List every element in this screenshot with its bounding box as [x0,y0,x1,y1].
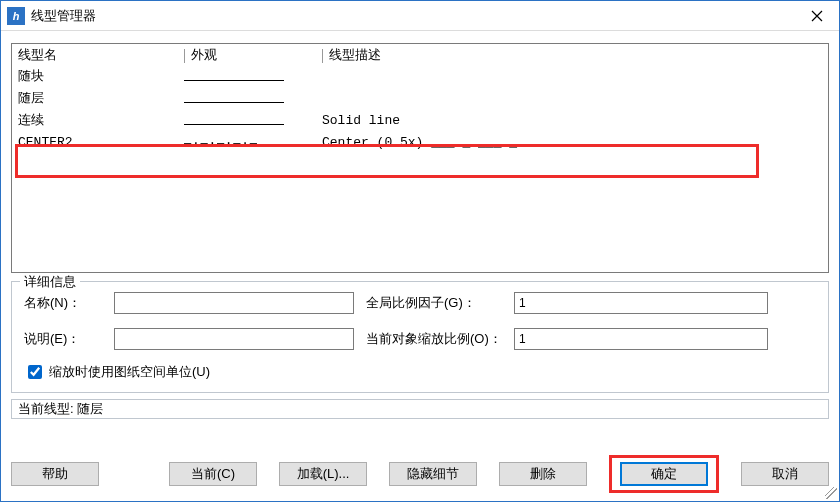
resize-grip[interactable] [825,487,837,499]
current-button[interactable]: 当前(C) [169,462,257,486]
linetype-preview-solid [184,124,284,125]
list-row[interactable]: 随块 [12,66,828,88]
linetype-preview-solid [184,80,284,81]
close-icon [811,10,823,22]
cell-name: CENTER2 [18,133,184,153]
cell-appearance [184,111,322,131]
delete-button[interactable]: 删除 [499,462,587,486]
current-linetype-row: 当前线型: 随层 [11,399,829,419]
list-row[interactable]: CENTER2 —·—·—·—·— Center (0.5x) ___ _ __… [12,132,828,154]
col-header-appearance[interactable]: 外观 [191,47,217,62]
details-form: 名称(N)： 全局比例因子(G)： 说明(E)： 当前对象缩放比例(O)： [24,292,816,350]
paperspace-checkbox-label: 缩放时使用图纸空间单位(U) [49,363,210,381]
titlebar: h 线型管理器 [1,1,839,31]
button-bar: 帮助 当前(C) 加载(L)... 隐藏细节 删除 确定 取消 [1,449,839,501]
linetype-list[interactable]: 线型名 外观 线型描述 随块 随层 连续 Solid line CENTER2 [11,43,829,273]
current-scale-input[interactable] [514,328,768,350]
annotation-highlight-ok: 确定 [609,455,719,493]
linetype-preview-solid [184,102,284,103]
explain-input[interactable] [114,328,354,350]
global-scale-input[interactable] [514,292,768,314]
current-linetype-value: 随层 [77,400,103,418]
cell-description: Solid line [322,111,828,131]
close-button[interactable] [795,1,839,31]
global-scale-label: 全局比例因子(G)： [366,294,502,312]
list-row[interactable]: 连续 Solid line [12,110,828,132]
cell-name: 连续 [18,111,184,131]
name-label: 名称(N)： [24,294,102,312]
paperspace-checkbox[interactable] [28,365,42,379]
details-group-title: 详细信息 [20,273,80,291]
cell-appearance [184,89,322,109]
paperspace-checkbox-row[interactable]: 缩放时使用图纸空间单位(U) [24,362,816,382]
ok-button[interactable]: 确定 [620,462,708,486]
list-header: 线型名 外观 线型描述 [12,44,828,66]
cancel-button[interactable]: 取消 [741,462,829,486]
linetype-preview-dashdot: —·—·—·—·— [184,133,284,153]
linetype-manager-window: h 线型管理器 线型名 外观 线型描述 随块 随层 连续 [0,0,840,502]
cell-description: Center (0.5x) ___ _ ___ _ ... [322,133,828,153]
col-header-description[interactable]: 线型描述 [329,47,381,62]
cell-appearance [184,67,322,87]
explain-label: 说明(E)： [24,330,102,348]
cell-name: 随块 [18,67,184,87]
current-linetype-label: 当前线型: [18,400,74,418]
help-button[interactable]: 帮助 [11,462,99,486]
cell-name: 随层 [18,89,184,109]
app-icon: h [7,7,25,25]
col-header-name[interactable]: 线型名 [18,45,184,65]
window-title: 线型管理器 [31,7,795,25]
name-input[interactable] [114,292,354,314]
current-scale-label: 当前对象缩放比例(O)： [366,330,502,348]
details-group: 详细信息 名称(N)： 全局比例因子(G)： 说明(E)： 当前对象缩放比例(O… [11,281,829,393]
hide-detail-button[interactable]: 隐藏细节 [389,462,477,486]
list-row[interactable]: 随层 [12,88,828,110]
dialog-body: 线型名 外观 线型描述 随块 随层 连续 Solid line CENTER2 [1,31,839,449]
load-button[interactable]: 加载(L)... [279,462,367,486]
cell-appearance: —·—·—·—·— [184,133,322,153]
